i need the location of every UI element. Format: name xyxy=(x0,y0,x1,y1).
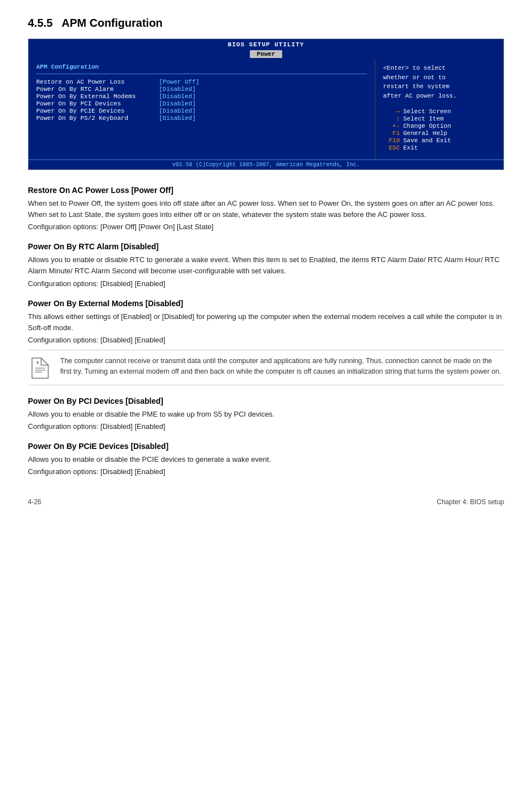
bios-item-row: Power On By PCI Devices[Disabled] xyxy=(36,100,367,107)
bios-item-label: Power On By PCI Devices xyxy=(36,100,159,107)
page-footer: 4-26 Chapter 4: BIOS setup xyxy=(28,498,504,506)
bios-key-sym: ESC xyxy=(383,144,400,151)
bios-key-desc: Save and Exit xyxy=(403,137,451,144)
bios-key-sym: F1 xyxy=(383,130,400,137)
note-box: The computer cannot receive or transmit … xyxy=(28,350,504,385)
section-body-pcie-devices: Allows you to enable or disable the PCIE… xyxy=(28,454,504,465)
section-heading-pcie-devices: Power On By PCIE Devices [Disabled] xyxy=(28,442,504,451)
section-body-rtc-alarm: Allows you to enable or disable RTC to g… xyxy=(28,254,504,277)
bios-item-value: [Disabled] xyxy=(159,93,196,100)
bios-screenshot: BIOS SETUP UTILITY Power APM Configurati… xyxy=(28,38,504,170)
note-icon xyxy=(28,356,52,379)
section-options-pci-devices: Configuration options: [Disabled] [Enabl… xyxy=(28,422,504,431)
bios-item-value: [Disabled] xyxy=(159,108,196,114)
bios-key-desc: General Help xyxy=(403,130,447,137)
bios-key-row: ESCExit xyxy=(383,144,496,151)
section-title: APM Configuration xyxy=(61,17,162,30)
bios-item-value: [Power Off] xyxy=(159,79,200,85)
section-rtc-alarm: Power On By RTC Alarm [Disabled]Allows y… xyxy=(28,242,504,287)
bios-key-desc: Change Option xyxy=(403,123,451,129)
section-body-external-modems: This allows either settings of [Enabled]… xyxy=(28,311,504,334)
bios-key-desc: Select Item xyxy=(403,115,444,122)
bios-item-row: Power On By PCIE Devices[Disabled] xyxy=(36,108,367,114)
bios-item-label: Power On By External Modems xyxy=(36,93,159,100)
bios-key-row: ↕Select Item xyxy=(383,115,496,122)
bios-key-sym: ↕ xyxy=(383,115,400,122)
bios-title: BIOS SETUP UTILITY xyxy=(28,39,504,49)
bios-footer: v02.58 (C)Copyright 1985-2007, American … xyxy=(28,160,504,170)
section-pcie-devices: Power On By PCIE Devices [Disabled]Allow… xyxy=(28,442,504,476)
bios-key-row: F10Save and Exit xyxy=(383,137,496,144)
bios-item-label: Power On By PS/2 Keyboard xyxy=(36,115,159,122)
section-pci-devices: Power On By PCI Devices [Disabled]Allows… xyxy=(28,397,504,431)
section-heading-external-modems: Power On By External Modems [Disabled] xyxy=(28,299,504,308)
bios-item-value: [Disabled] xyxy=(159,115,196,122)
section-options-rtc-alarm: Configuration options: [Disabled] [Enabl… xyxy=(28,279,504,288)
section-body-pci-devices: Allows you to enable or disable the PME … xyxy=(28,409,504,420)
bios-section-title: APM Configuration xyxy=(36,64,367,70)
bios-key-sym: +- xyxy=(383,123,400,129)
bios-item-row: Power On By PS/2 Keyboard[Disabled] xyxy=(36,115,367,122)
bios-key-desc: Exit xyxy=(403,144,418,151)
bios-item-label: Power On By PCIE Devices xyxy=(36,108,159,114)
section-heading-pci-devices: Power On By PCI Devices [Disabled] xyxy=(28,397,504,405)
section-body-restore-ac: When set to Power Off, the system goes i… xyxy=(28,198,504,220)
doc-content: Restore On AC Power Loss [Power Off]When… xyxy=(28,186,504,476)
bios-item-row: Power On By RTC Alarm[Disabled] xyxy=(36,86,367,93)
bios-key-row: F1General Help xyxy=(383,130,496,137)
note-text: The computer cannot receive or transmit … xyxy=(60,356,504,377)
bios-items: Restore on AC Power Loss[Power Off]Power… xyxy=(36,79,367,122)
bios-key-sym: ↔ xyxy=(383,108,400,115)
section-external-modems: Power On By External Modems [Disabled]Th… xyxy=(28,299,504,385)
bios-item-value: [Disabled] xyxy=(159,86,196,93)
bios-help-text: <Enter> to select whether or not to rest… xyxy=(383,64,496,100)
section-options-pcie-devices: Configuration options: [Disabled] [Enabl… xyxy=(28,467,504,476)
section-options-external-modems: Configuration options: [Disabled] [Enabl… xyxy=(28,336,504,344)
bios-key-desc: Select Screen xyxy=(403,108,451,115)
bios-tab-power: Power xyxy=(250,50,282,58)
bios-item-label: Power On By RTC Alarm xyxy=(36,86,159,93)
footer-right: Chapter 4: BIOS setup xyxy=(437,498,504,506)
section-number: 4.5.5 xyxy=(28,17,52,30)
section-options-restore-ac: Configuration options: [Power Off] [Powe… xyxy=(28,223,504,231)
bios-item-label: Restore on AC Power Loss xyxy=(36,79,159,85)
bios-keys: ↔Select Screen↕Select Item+-Change Optio… xyxy=(383,108,496,151)
bios-item-row: Power On By External Modems[Disabled] xyxy=(36,93,367,100)
bios-key-sym: F10 xyxy=(383,137,400,144)
bios-key-row: ↔Select Screen xyxy=(383,108,496,115)
section-restore-ac: Restore On AC Power Loss [Power Off]When… xyxy=(28,186,504,231)
bios-key-row: +-Change Option xyxy=(383,123,496,129)
bios-item-row: Restore on AC Power Loss[Power Off] xyxy=(36,79,367,85)
section-heading-restore-ac: Restore On AC Power Loss [Power Off] xyxy=(28,186,504,195)
footer-left: 4-26 xyxy=(28,498,41,506)
bios-item-value: [Disabled] xyxy=(159,100,196,107)
section-heading-rtc-alarm: Power On By RTC Alarm [Disabled] xyxy=(28,242,504,251)
